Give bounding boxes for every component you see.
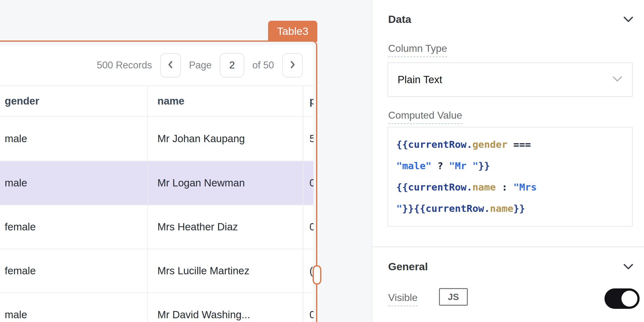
chevron-down-icon[interactable] <box>623 263 634 272</box>
table-pagination: 500 Records Page 2 of 50 <box>0 45 314 85</box>
component-name-tag[interactable]: Table3 <box>268 21 317 42</box>
cell-gender: male <box>0 117 147 161</box>
cell-p: 0 <box>303 293 314 322</box>
cell-name: Mrs Lucille Martinez <box>147 249 303 292</box>
cell-gender: female <box>0 205 147 249</box>
column-type-value: Plain Text <box>398 74 612 86</box>
visible-label[interactable]: Visible <box>388 292 418 306</box>
computed-value-label[interactable]: Computed Value <box>388 110 462 124</box>
cell-p: 0 <box>303 205 314 249</box>
table-row[interactable]: female Mrs Heather Diaz 0 <box>0 205 314 249</box>
cell-p: 0 <box>303 161 314 205</box>
records-count: 500 Records <box>97 60 152 71</box>
cell-name: Mrs Heather Diaz <box>147 205 303 249</box>
js-mode-badge[interactable]: JS <box>439 288 468 306</box>
visible-toggle[interactable] <box>604 288 640 309</box>
code-token: "male" <box>396 160 431 171</box>
column-type-select[interactable]: Plain Text <box>388 62 633 97</box>
code-token: {{currentRow. <box>396 139 472 150</box>
code-token: }} <box>478 160 490 171</box>
table-row[interactable]: female Mrs Lucille Martinez (4 <box>0 249 314 292</box>
column-header-gender[interactable]: gender <box>0 86 147 116</box>
chevron-down-icon[interactable] <box>623 16 634 24</box>
section-divider <box>372 246 644 247</box>
cell-name: Mr Johan Kaupang <box>147 117 303 161</box>
prev-page-button[interactable] <box>160 53 181 78</box>
cell-name: Mr David Washing... <box>147 293 303 322</box>
resize-handle[interactable] <box>313 265 321 285</box>
page-label: Page <box>189 60 212 71</box>
code-token: === <box>508 139 531 150</box>
code-token: : <box>496 181 513 193</box>
code-token: }} <box>513 203 525 214</box>
code-token: name <box>472 181 496 193</box>
code-token: {{currentRow. <box>396 181 472 193</box>
chevron-right-icon <box>288 60 298 71</box>
column-header-name[interactable]: name <box>147 86 303 116</box>
computed-value-editor[interactable]: {{currentRow.gender === "male" ? "Mr "}}… <box>388 127 633 227</box>
column-type-label[interactable]: Column Type <box>388 43 447 57</box>
code-line: {{currentRow.gender === <box>396 134 624 155</box>
code-token: "Mrs <box>513 181 537 193</box>
table-row[interactable]: male Mr Johan Kaupang 5 <box>0 117 314 161</box>
toggle-knob <box>621 291 637 307</box>
page-number-input[interactable]: 2 <box>220 53 244 78</box>
table-header-row: gender name p <box>0 85 314 117</box>
code-token: ? <box>431 160 449 171</box>
table-row[interactable]: male Mr David Washing... 0 <box>0 292 314 322</box>
next-page-button[interactable] <box>282 53 303 78</box>
code-line: {{currentRow.name : "Mrs <box>396 176 624 198</box>
section-title-general[interactable]: General <box>388 260 428 273</box>
code-token: gender <box>472 139 508 150</box>
chevron-down-icon <box>612 76 623 84</box>
table-row-selected[interactable]: male Mr Logan Newman 0 <box>0 161 314 205</box>
chevron-left-icon <box>166 60 176 71</box>
code-token: "Mr " <box>449 160 478 171</box>
panel-divider[interactable] <box>372 0 372 322</box>
code-token: }}{{currentRow. <box>402 203 490 214</box>
cell-p: 5 <box>303 117 314 161</box>
section-title-data[interactable]: Data <box>388 13 411 25</box>
code-line: "male" ? "Mr "}} <box>396 155 624 176</box>
cell-gender: female <box>0 249 147 292</box>
app-editor-screen: Table3 500 Records Page 2 of 50 gender n… <box>0 0 644 322</box>
code-line: "}}{{currentRow.name}} <box>396 198 624 219</box>
page-total-label: of 50 <box>252 60 274 71</box>
cell-gender: male <box>0 161 147 205</box>
cell-name: Mr Logan Newman <box>147 161 303 205</box>
code-token: " <box>396 203 402 214</box>
code-token: name <box>490 203 514 214</box>
column-header-p[interactable]: p <box>303 86 314 116</box>
cell-p: (4 <box>303 249 314 292</box>
table-component: 500 Records Page 2 of 50 gender name p m… <box>0 45 314 322</box>
cell-gender: male <box>0 293 147 322</box>
